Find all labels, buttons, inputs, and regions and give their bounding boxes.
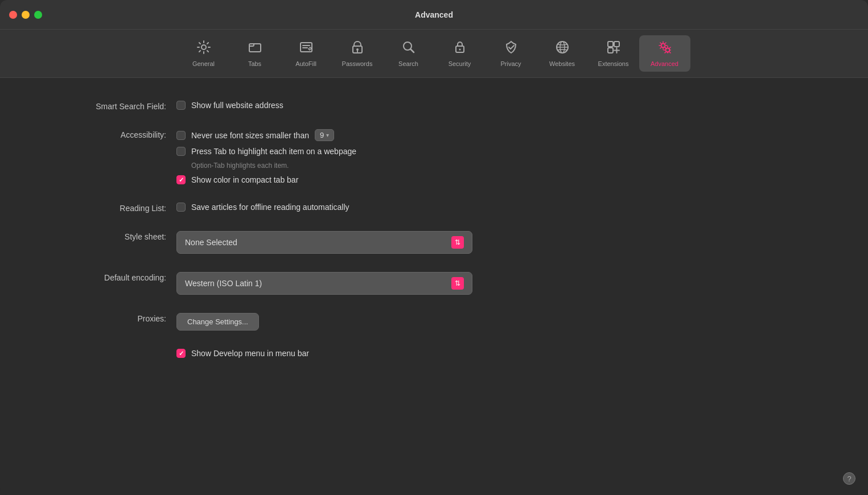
develop-menu-label — [46, 349, 176, 350]
style-sheet-dropdown[interactable]: None Selected ⇅ — [176, 231, 472, 254]
develop-menu-controls: Show Develop menu in menu bar — [176, 349, 822, 358]
help-button[interactable]: ? — [843, 472, 855, 485]
tab-extensions[interactable]: Extensions — [588, 35, 639, 72]
font-size-stepper[interactable]: 9 ▾ — [315, 129, 334, 141]
show-develop-menu-checkbox[interactable] — [176, 349, 186, 358]
style-sheet-row: Style sheet: None Selected ⇅ — [46, 231, 822, 254]
chevron-updown-icon: ⇅ — [455, 239, 460, 246]
svg-line-9 — [410, 50, 414, 53]
save-offline-label: Save articles for offline reading automa… — [191, 203, 349, 212]
tabs-icon — [248, 40, 262, 57]
tab-websites[interactable]: Websites — [537, 35, 588, 72]
reading-list-row: Reading List: Save articles for offline … — [46, 203, 822, 213]
tab-security[interactable]: Security — [434, 35, 486, 72]
encoding-chevron-icon: ⇅ — [455, 280, 460, 287]
smart-search-label: Smart Search Field: — [46, 101, 176, 111]
svg-rect-17 — [608, 48, 613, 53]
style-sheet-arrow: ⇅ — [451, 236, 464, 249]
min-font-size-label: Never use font sizes smaller than — [191, 131, 309, 140]
svg-rect-15 — [608, 42, 613, 47]
tab-autofill[interactable]: AutoFill — [281, 35, 332, 72]
svg-point-11 — [459, 49, 460, 51]
titlebar-buttons — [9, 11, 42, 19]
tab-search[interactable]: Search — [383, 35, 434, 72]
tab-passwords-label: Passwords — [342, 60, 373, 67]
font-size-value: 9 — [320, 131, 324, 139]
accessibility-label: Accessibility: — [46, 129, 176, 139]
tab-general-label: General — [192, 60, 215, 67]
tab-highlight-row: Press Tab to highlight each item on a we… — [176, 147, 822, 156]
tab-highlight-label: Press Tab to highlight each item on a we… — [191, 147, 356, 156]
proxies-label: Proxies: — [46, 313, 176, 323]
color-compact-checkbox[interactable] — [176, 175, 186, 184]
svg-rect-16 — [614, 42, 619, 47]
maximize-button[interactable] — [34, 11, 42, 19]
show-full-address-row: Show full website address — [176, 101, 822, 110]
toolbar: General Tabs AutoFill — [0, 30, 868, 78]
svg-point-0 — [201, 45, 206, 50]
show-full-address-label: Show full website address — [191, 101, 283, 110]
style-sheet-controls: None Selected ⇅ — [176, 231, 822, 254]
default-encoding-controls: Western (ISO Latin 1) ⇅ — [176, 272, 822, 295]
tab-autofill-label: AutoFill — [295, 60, 316, 67]
tab-highlight-checkbox[interactable] — [176, 147, 186, 156]
default-encoding-dropdown[interactable]: Western (ISO Latin 1) ⇅ — [176, 272, 472, 295]
tab-tabs[interactable]: Tabs — [229, 35, 281, 72]
smart-search-row: Smart Search Field: Show full website ad… — [46, 101, 822, 111]
show-develop-menu-row: Show Develop menu in menu bar — [176, 349, 822, 358]
develop-menu-row: Show Develop menu in menu bar — [46, 349, 822, 358]
reading-list-controls: Save articles for offline reading automa… — [176, 203, 822, 212]
min-font-size-checkbox[interactable] — [176, 131, 186, 140]
save-offline-row: Save articles for offline reading automa… — [176, 203, 822, 212]
tab-highlight-sublabel: Option-Tab highlights each item. — [191, 162, 822, 170]
tab-general[interactable]: General — [178, 35, 229, 72]
tab-privacy-label: Privacy — [500, 60, 521, 67]
websites-icon — [555, 40, 570, 57]
accessibility-row: Accessibility: Never use font sizes smal… — [46, 129, 822, 184]
accessibility-controls: Never use font sizes smaller than 9 ▾ Pr… — [176, 129, 822, 184]
stepper-arrow-icon: ▾ — [326, 132, 329, 138]
reading-list-label: Reading List: — [46, 203, 176, 213]
tab-search-label: Search — [398, 60, 418, 67]
general-icon — [196, 40, 211, 57]
show-develop-menu-label: Show Develop menu in menu bar — [191, 349, 309, 358]
tab-extensions-label: Extensions — [598, 60, 629, 67]
tab-advanced-label: Advanced — [651, 60, 678, 67]
tab-advanced[interactable]: Advanced — [639, 35, 690, 72]
encoding-arrow: ⇅ — [451, 277, 464, 290]
autofill-icon — [299, 40, 314, 57]
change-proxies-button[interactable]: Change Settings... — [176, 313, 259, 331]
passwords-icon — [350, 40, 365, 57]
svg-rect-1 — [249, 44, 261, 52]
tab-tabs-label: Tabs — [248, 60, 261, 67]
smart-search-controls: Show full website address — [176, 101, 822, 110]
window-title: Advanced — [415, 10, 453, 19]
color-compact-row: Show color in compact tab bar — [176, 175, 822, 184]
default-encoding-label: Default encoding: — [46, 272, 176, 282]
min-font-size-row: Never use font sizes smaller than 9 ▾ — [176, 129, 822, 141]
titlebar: Advanced — [0, 0, 868, 30]
privacy-icon — [504, 40, 519, 57]
advanced-icon — [657, 40, 672, 57]
style-sheet-label: Style sheet: — [46, 231, 176, 241]
tab-websites-label: Websites — [549, 60, 575, 67]
settings-content: Smart Search Field: Show full website ad… — [0, 78, 868, 495]
default-encoding-row: Default encoding: Western (ISO Latin 1) … — [46, 272, 822, 295]
question-mark-icon: ? — [847, 475, 851, 483]
show-full-address-checkbox[interactable] — [176, 101, 186, 110]
style-sheet-value: None Selected — [185, 238, 237, 247]
default-encoding-value: Western (ISO Latin 1) — [185, 279, 262, 288]
close-button[interactable] — [9, 11, 17, 19]
proxies-row: Proxies: Change Settings... — [46, 313, 822, 331]
minimize-button[interactable] — [22, 11, 30, 19]
save-offline-checkbox[interactable] — [176, 203, 186, 212]
proxies-controls: Change Settings... — [176, 313, 822, 331]
extensions-icon — [606, 40, 621, 57]
tab-privacy[interactable]: Privacy — [486, 35, 537, 72]
security-icon — [452, 40, 467, 57]
tab-security-label: Security — [449, 60, 471, 67]
tab-passwords[interactable]: Passwords — [332, 35, 383, 72]
search-icon — [401, 40, 416, 57]
color-compact-label: Show color in compact tab bar — [191, 175, 298, 184]
